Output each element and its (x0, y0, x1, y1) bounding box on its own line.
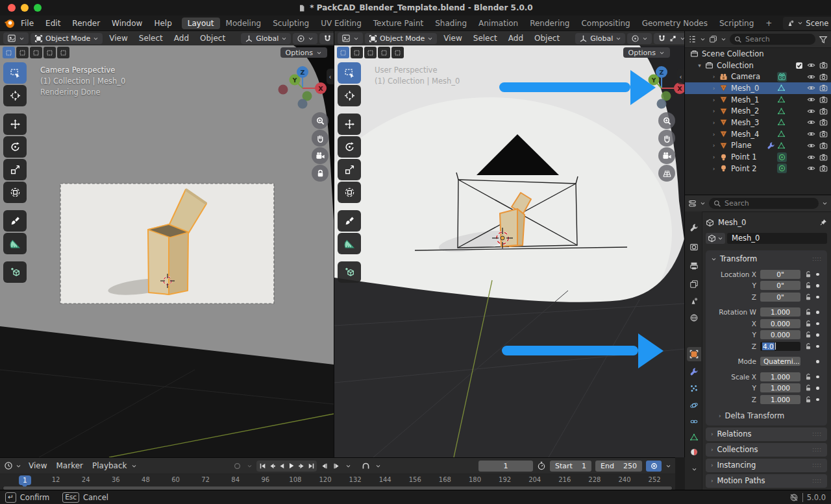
workspace-tab-texture-paint[interactable]: Texture Paint (367, 18, 429, 29)
properties-tab-world[interactable] (687, 311, 701, 325)
tool-cursor[interactable] (338, 85, 361, 106)
expand-icon[interactable]: ▾ (695, 62, 704, 69)
chevron-down-icon[interactable] (245, 463, 254, 469)
menu-help[interactable]: Help (148, 18, 177, 29)
lock-icon[interactable] (802, 331, 813, 339)
frame-start-field[interactable]: Start1 (550, 461, 591, 472)
keying-set-icon[interactable] (232, 462, 243, 470)
select-mode-1[interactable] (16, 47, 29, 58)
timeline-menu-playback[interactable]: Playback ​ (88, 460, 134, 472)
workspace-tab-shading[interactable]: Shading (429, 18, 473, 29)
frame-end-field[interactable]: End250 (595, 461, 642, 472)
outliner-row-mesh-4[interactable]: ›Mesh_4 (685, 128, 831, 140)
chevron-down-icon[interactable] (822, 200, 828, 206)
editor-type-icon[interactable] (4, 461, 13, 470)
next-keyframe-button[interactable] (297, 461, 306, 471)
properties-tab-more[interactable] (687, 462, 701, 476)
outliner-row-collection[interactable]: ▾Collection (685, 60, 831, 71)
transform-field-scale-x[interactable]: 1.000 (760, 372, 800, 381)
animate-dot[interactable] (813, 273, 822, 276)
properties-tab-part[interactable] (687, 381, 701, 396)
animate-dot[interactable] (813, 360, 822, 363)
animate-dot[interactable] (813, 398, 822, 402)
animate-dot[interactable] (813, 345, 822, 348)
workspace-tab-scripting[interactable]: Scripting (713, 18, 760, 29)
tool-annotate[interactable] (338, 210, 361, 232)
hide-eye-icon[interactable] (807, 164, 815, 173)
frame-step-back-button[interactable] (319, 462, 329, 470)
render-visibility-icon[interactable] (819, 73, 828, 81)
chevron-down-icon[interactable] (665, 463, 671, 469)
lock-icon[interactable] (802, 373, 813, 381)
zoom-window-button[interactable] (34, 4, 42, 12)
outliner-row-scene-collection[interactable]: Scene Collection (685, 48, 831, 60)
viewport-menu-view[interactable]: View (105, 32, 132, 44)
outliner-row-point-1[interactable]: ›Point 1 (685, 151, 831, 163)
menu-render[interactable]: Render (66, 18, 106, 29)
camera-view-icon[interactable] (658, 147, 675, 164)
play-button[interactable] (287, 461, 296, 471)
properties-tab-data[interactable] (687, 430, 701, 444)
viewport-menu-add[interactable]: Add (504, 32, 528, 44)
editor-type-icon[interactable] (688, 199, 697, 208)
animate-dot[interactable] (813, 376, 822, 379)
viewport-menu-object[interactable]: Object (530, 32, 564, 44)
lock-icon[interactable] (802, 282, 813, 289)
workspace-tab-animation[interactable]: Animation (473, 18, 524, 29)
panel-drag-grip[interactable]: :::: (812, 447, 822, 453)
properties-tab-object[interactable] (687, 347, 701, 361)
expand-icon[interactable]: › (710, 119, 718, 126)
outliner-row-mesh-0[interactable]: ›Mesh_0 (685, 82, 831, 94)
transform-panel-header[interactable]: Transform :::: (708, 253, 825, 265)
transform-field-y[interactable]: 0.000 (760, 330, 800, 339)
auto-keyframe-toggle[interactable] (646, 461, 662, 472)
close-window-button[interactable] (8, 4, 16, 12)
select-mode-0[interactable] (337, 47, 349, 58)
animate-dot[interactable] (813, 322, 822, 326)
chevron-down-icon[interactable] (344, 463, 353, 469)
outliner-row-mesh-3[interactable]: ›Mesh_3 (685, 117, 831, 128)
editor-type-dropdown[interactable] (3, 32, 29, 44)
tool-rotate[interactable] (338, 136, 361, 158)
outliner-search-input[interactable]: Search (730, 34, 815, 45)
panel-drag-grip[interactable]: :::: (812, 462, 822, 468)
jump-to-end-button[interactable] (306, 461, 316, 471)
viewport-menu-select[interactable]: Select (469, 32, 502, 44)
tool-rotate[interactable] (3, 136, 27, 158)
lock-icon[interactable] (802, 384, 813, 392)
expand-icon[interactable]: › (710, 73, 718, 80)
select-mode-2[interactable] (30, 47, 42, 58)
expand-icon[interactable]: › (710, 142, 718, 149)
delta-transform-panel[interactable]: › Delta Transform (708, 411, 825, 420)
workspace-tab-geometry-nodes[interactable]: Geometry Nodes (636, 18, 713, 29)
workspace-tab-rendering[interactable]: Rendering (524, 18, 575, 29)
tool-transform[interactable] (338, 182, 361, 203)
workspace-tab-uv-editing[interactable]: UV Editing (315, 18, 367, 29)
transform-field-z[interactable]: 1.000 (760, 395, 800, 404)
lock-icon[interactable] (802, 308, 813, 316)
workspace-tab-layout[interactable]: Layout (182, 18, 220, 29)
render-visibility-icon[interactable] (819, 84, 828, 92)
animate-dot[interactable] (813, 387, 822, 390)
tool-select-box[interactable] (3, 62, 27, 84)
id-type-dropdown[interactable] (706, 233, 725, 244)
render-visibility-icon[interactable] (819, 95, 828, 104)
lock-icon[interactable] (802, 293, 813, 301)
render-visibility-icon[interactable] (819, 130, 828, 138)
workspace-tab-compositing[interactable]: Compositing (575, 18, 636, 29)
expand-icon[interactable]: › (710, 154, 718, 160)
pan-hand-icon[interactable] (312, 130, 329, 147)
tool-scale[interactable] (3, 159, 27, 180)
viewport-canvas[interactable]: Options Camera Perspective (1) Collectio… (0, 45, 334, 457)
tool-add-cube[interactable] (338, 261, 361, 283)
hide-eye-icon[interactable] (807, 153, 815, 162)
hide-eye-icon[interactable] (807, 118, 815, 126)
animate-dot[interactable] (813, 284, 822, 287)
properties-tab-wrench[interactable] (687, 365, 701, 379)
lock-icon[interactable] (802, 320, 813, 328)
sidebar-collapse-handle[interactable]: ‹ (327, 69, 334, 84)
snap-icon[interactable] (360, 462, 371, 470)
transform-field-rotation-w[interactable]: 1.000 (760, 307, 800, 317)
render-visibility-icon[interactable] (819, 118, 828, 126)
transform-field-z[interactable]: 4.0 (760, 342, 800, 351)
